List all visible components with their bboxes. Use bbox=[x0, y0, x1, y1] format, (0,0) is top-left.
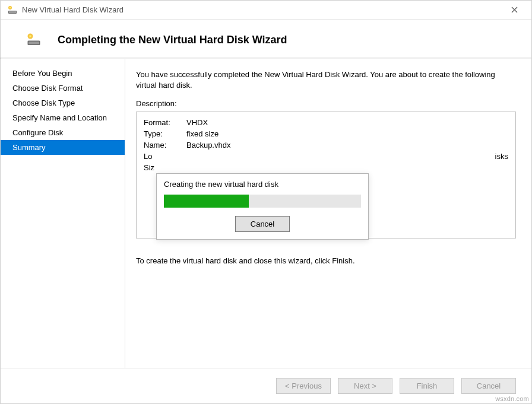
desc-row-type: Type: fixed size bbox=[144, 128, 508, 139]
sidebar-item-choose-disk-type[interactable]: Choose Disk Type bbox=[1, 96, 125, 110]
sidebar-item-specify-name-location[interactable]: Specify Name and Location bbox=[1, 110, 125, 125]
desc-name-label: Name: bbox=[144, 141, 182, 149]
wizard-header: Completing the New Virtual Hard Disk Wiz… bbox=[1, 20, 531, 58]
desc-type-label: Type: bbox=[144, 129, 182, 138]
wizard-header-icon bbox=[27, 33, 41, 47]
progress-cancel-button[interactable]: Cancel bbox=[235, 216, 290, 232]
sidebar-item-summary[interactable]: Summary bbox=[1, 140, 125, 155]
summary-intro-text: You have successfully completed the New … bbox=[136, 69, 516, 91]
wizard-steps-sidebar: Before You Begin Choose Disk Format Choo… bbox=[1, 59, 125, 368]
desc-location-suffix: isks bbox=[495, 152, 508, 161]
desc-row-name: Name: Backup.vhdx bbox=[144, 139, 508, 151]
window-close-button[interactable] bbox=[502, 1, 527, 19]
desc-row-location: Lo spacer isks bbox=[144, 151, 508, 162]
progress-dialog: Creating the new virtual hard disk Cance… bbox=[156, 173, 369, 240]
titlebar: New Virtual Hard Disk Wizard bbox=[1, 1, 531, 20]
sidebar-item-before-you-begin[interactable]: Before You Begin bbox=[1, 66, 125, 81]
finish-instruction-text: To create the virtual hard disk and clos… bbox=[136, 256, 516, 265]
desc-size-label: Siz bbox=[144, 163, 156, 172]
window-title: New Virtual Hard Disk Wizard bbox=[22, 5, 502, 14]
description-label: Description: bbox=[136, 99, 516, 108]
wizard-heading: Completing the New Virtual Hard Disk Wiz… bbox=[58, 34, 287, 46]
progress-bar-track bbox=[164, 195, 361, 208]
progress-bar-fill bbox=[164, 195, 249, 208]
svg-rect-3 bbox=[10, 7, 11, 8]
wizard-window: New Virtual Hard Disk Wizard Completing … bbox=[0, 0, 532, 404]
wizard-footer: < Previous Next > Finish Cancel bbox=[1, 368, 531, 403]
watermark-text: wsxdn.com bbox=[495, 395, 529, 402]
progress-dialog-title: Creating the new virtual hard disk bbox=[164, 180, 361, 189]
svg-rect-1 bbox=[9, 11, 16, 13]
previous-button[interactable]: < Previous bbox=[276, 378, 331, 394]
desc-row-format: Format: VHDX bbox=[144, 117, 508, 128]
desc-name-value: Backup.vhdx bbox=[186, 141, 230, 149]
sidebar-item-configure-disk[interactable]: Configure Disk bbox=[1, 125, 125, 140]
sidebar-item-choose-disk-format[interactable]: Choose Disk Format bbox=[1, 81, 125, 96]
desc-type-value: fixed size bbox=[186, 129, 218, 138]
app-icon bbox=[8, 5, 17, 15]
finish-button[interactable]: Finish bbox=[400, 378, 454, 394]
next-button[interactable]: Next > bbox=[338, 378, 392, 394]
desc-format-value: VHDX bbox=[186, 118, 208, 127]
svg-rect-9 bbox=[30, 36, 31, 37]
desc-row-size: Siz bbox=[144, 162, 508, 173]
close-icon bbox=[511, 7, 518, 13]
progress-dialog-footer: Cancel bbox=[164, 216, 361, 232]
cancel-button[interactable]: Cancel bbox=[461, 378, 516, 394]
desc-format-label: Format: bbox=[144, 118, 182, 127]
svg-rect-7 bbox=[28, 42, 39, 44]
desc-location-label: Lo bbox=[144, 152, 156, 161]
